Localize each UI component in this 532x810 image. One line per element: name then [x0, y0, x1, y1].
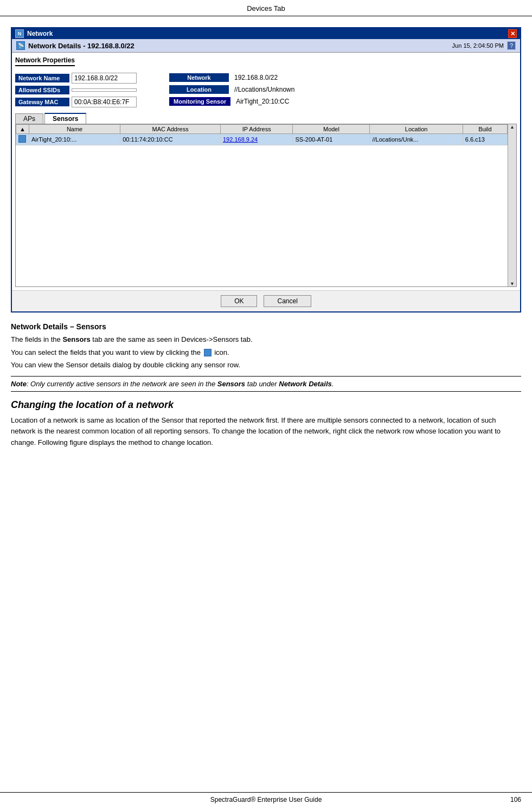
- prop-monitoring-sensor: Monitoring Sensor AirTight_20:10:CC: [169, 97, 517, 106]
- window-help-button[interactable]: ?: [507, 41, 516, 50]
- table-scrollbar[interactable]: ▲ ▼: [508, 124, 516, 286]
- row-name: AirTight_20:10:...: [29, 134, 120, 145]
- page-header: Devices Tab: [0, 0, 532, 16]
- col-mac: MAC Address: [120, 125, 221, 134]
- footer-spacer-left: [11, 796, 210, 803]
- prop-allowed-ssids: Allowed SSIDs: [15, 86, 137, 94]
- footer-page-number: 106: [510, 796, 521, 803]
- col-ip: IP Address: [220, 125, 292, 134]
- prop-network-name: Network Name 192.168.8.0/22: [15, 73, 137, 84]
- page-footer: SpectraGuard® Enterprise User Guide 106: [0, 792, 532, 803]
- prop-network-name-value: 192.168.8.0/22: [72, 73, 137, 84]
- prop-monitoring-sensor-label: Monitoring Sensor: [169, 97, 230, 106]
- network-window: N Network ✕ 📡 Network Details - 192.168.…: [11, 27, 521, 312]
- sensor-row-icon: [18, 135, 26, 143]
- prop-network-label: Network: [169, 73, 229, 82]
- table-container: ▲ Name MAC Address IP Address Model Loca…: [15, 124, 517, 287]
- ok-button[interactable]: OK: [221, 295, 257, 307]
- section1-line3: You can view the Sensor details dialog b…: [11, 360, 521, 371]
- prop-network-value: 192.168.8.0/22: [232, 73, 280, 82]
- window-close-button[interactable]: ✕: [508, 29, 517, 38]
- prop-allowed-ssids-label: Allowed SSIDs: [15, 86, 69, 94]
- left-properties: Network Name 192.168.8.0/22 Allowed SSID…: [15, 73, 137, 109]
- tab-aps[interactable]: APs: [15, 113, 43, 124]
- row-ip[interactable]: 192.168.9.24: [220, 134, 292, 145]
- window-footer: OK Cancel: [12, 290, 520, 311]
- col-build: Build: [463, 125, 507, 134]
- note-box: Note: Only currently active sensors in t…: [11, 376, 521, 392]
- section2-body: Location of a network is same as locatio…: [11, 415, 521, 449]
- row-location: //Locations/Unk...: [370, 134, 463, 145]
- sensors-table: ▲ Name MAC Address IP Address Model Loca…: [16, 124, 516, 145]
- section-title: Network Properties: [15, 56, 75, 66]
- properties-area: Network Name 192.168.8.0/22 Allowed SSID…: [15, 73, 517, 109]
- prop-gateway-mac-label: Gateway MAC: [15, 98, 69, 106]
- prop-monitoring-sensor-value: AirTight_20:10:CC: [234, 97, 291, 106]
- window-titlebar: N Network ✕: [12, 28, 520, 39]
- window-subtitle-bar: 📡 Network Details - 192.168.8.0/22 Jun 1…: [12, 39, 520, 53]
- prop-network-name-label: Network Name: [15, 74, 69, 82]
- prop-location-value: //Locations/Unknown: [232, 85, 297, 94]
- window-title-label: Network: [27, 30, 53, 37]
- prop-gateway-mac: Gateway MAC 00:0A:B8:40:E6:7F: [15, 97, 137, 107]
- table-body: AirTight_20:10:... 00:11:74:20:10:CC 192…: [16, 134, 516, 145]
- prop-allowed-ssids-value: [72, 88, 137, 92]
- section1-line2: You can select the fields that you want …: [11, 347, 521, 358]
- scroll-up-arrow[interactable]: ▲: [510, 124, 515, 130]
- prop-location-label: Location: [169, 85, 229, 94]
- col-location: Location: [370, 125, 463, 134]
- network-icon: N: [15, 29, 24, 38]
- note-prefix: Note: Only currently active sensors in t…: [11, 380, 334, 388]
- scroll-down-arrow[interactable]: ▼: [510, 281, 515, 286]
- prop-location: Location //Locations/Unknown: [169, 85, 517, 94]
- col-icon: ▲: [16, 125, 29, 134]
- page-header-title: Devices Tab: [247, 4, 285, 12]
- window-titlebar-left: N Network: [15, 29, 53, 38]
- window-subtitle: Network Details - 192.168.8.0/22: [28, 42, 134, 50]
- right-properties: Network 192.168.8.0/22 Location //Locati…: [148, 73, 517, 109]
- row-model: SS-200-AT-01: [293, 134, 370, 145]
- window-timestamp: Jun 15, 2:04:50 PM: [452, 42, 504, 49]
- section1-heading: Network Details – Sensors: [11, 322, 521, 331]
- window-body: Network Properties Network Name 192.168.…: [12, 53, 520, 290]
- table-header: ▲ Name MAC Address IP Address Model Loca…: [16, 125, 516, 134]
- section1-line1: The fields in the Sensors tab are the sa…: [11, 334, 521, 345]
- col-name: Name: [29, 125, 120, 134]
- table-empty-area: [16, 145, 516, 286]
- table-row[interactable]: AirTight_20:10:... 00:11:74:20:10:CC 192…: [16, 134, 516, 145]
- prop-network: Network 192.168.8.0/22: [169, 73, 517, 82]
- network-properties-section: Network Properties: [15, 56, 517, 69]
- footer-spacer-right: 106: [322, 796, 521, 803]
- cancel-button[interactable]: Cancel: [264, 295, 311, 307]
- row-mac: 00:11:74:20:10:CC: [120, 134, 221, 145]
- select-fields-icon: [204, 349, 211, 356]
- footer-center-text: SpectraGuard® Enterprise User Guide: [210, 796, 322, 803]
- row-ip-link[interactable]: 192.168.9.24: [223, 136, 258, 143]
- section2-heading: Changing the location of a network: [11, 399, 521, 411]
- col-model: Model: [293, 125, 370, 134]
- tab-sensors[interactable]: Sensors: [44, 113, 86, 124]
- prop-gateway-mac-value: 00:0A:B8:40:E6:7F: [72, 97, 137, 107]
- section1: Network Details – Sensors The fields in …: [11, 322, 521, 371]
- network-details-icon: 📡: [16, 41, 25, 50]
- row-build: 6.6.c13: [463, 134, 507, 145]
- table-scroll-area: ▲ Name MAC Address IP Address Model Loca…: [16, 124, 516, 286]
- section2: Changing the location of a network Locat…: [11, 399, 521, 449]
- tabs-row: APs Sensors: [15, 113, 517, 124]
- row-icon: [16, 134, 29, 145]
